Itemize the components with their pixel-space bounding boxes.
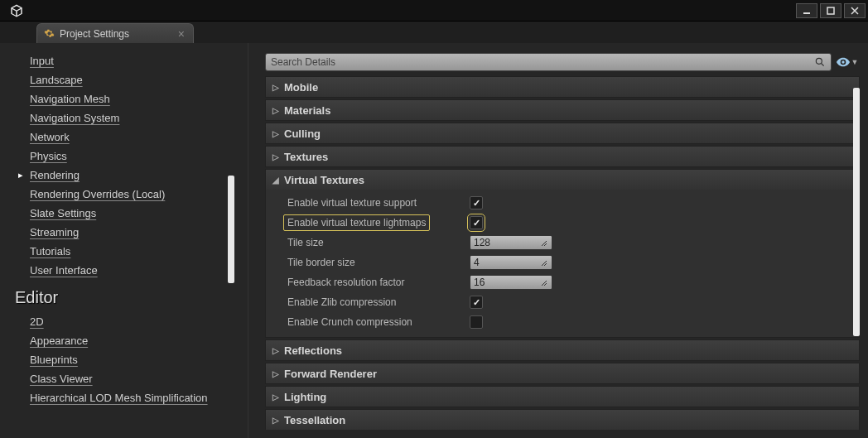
titlebar bbox=[0, 0, 868, 22]
sidebar: InputLandscapeNavigation MeshNavigation … bbox=[0, 43, 248, 438]
category-header[interactable]: ▷Textures bbox=[266, 147, 859, 166]
property-label: Enable Zlib compression bbox=[287, 296, 470, 308]
checkbox[interactable] bbox=[470, 296, 483, 309]
svg-point-3 bbox=[841, 60, 844, 63]
category: ▷Mobile bbox=[265, 76, 860, 98]
sidebar-scrollbar[interactable] bbox=[228, 51, 234, 430]
detail-panel: ▼ ▷Mobile▷Materials▷Culling▷Textures◢Vir… bbox=[248, 43, 868, 438]
category: ▷Lighting bbox=[265, 386, 860, 407]
sidebar-item[interactable]: 2D bbox=[30, 312, 236, 331]
search-input[interactable] bbox=[271, 56, 814, 68]
property-label: Enable virtual texture lightmaps bbox=[283, 214, 430, 231]
tab-close-icon[interactable]: × bbox=[178, 28, 185, 40]
property-row: Enable virtual texture lightmaps bbox=[266, 213, 859, 233]
property-row: Enable virtual texture support bbox=[266, 193, 859, 213]
category-title: Forward Renderer bbox=[284, 368, 377, 380]
category: ▷Tessellation bbox=[265, 409, 860, 430]
sidebar-item[interactable]: Hierarchical LOD Mesh Simplification bbox=[30, 388, 236, 407]
sidebar-item[interactable]: Physics bbox=[30, 147, 236, 166]
spinner-value: 16 bbox=[474, 277, 485, 288]
sidebar-item[interactable]: Blueprints bbox=[30, 350, 236, 369]
category: ▷Textures bbox=[265, 146, 860, 167]
sidebar-item[interactable]: Network bbox=[30, 128, 236, 147]
sidebar-item[interactable]: Appearance bbox=[30, 331, 236, 350]
property-row: Tile size128 bbox=[266, 233, 859, 253]
arrow-right-icon: ▷ bbox=[272, 106, 279, 115]
resize-grip-icon bbox=[540, 238, 548, 247]
tab-project-settings[interactable]: Project Settings × bbox=[36, 23, 194, 43]
spinner-value: 128 bbox=[474, 237, 490, 248]
chevron-down-icon: ▼ bbox=[851, 58, 859, 66]
category: ◢Virtual TexturesEnable virtual texture … bbox=[265, 169, 860, 338]
category-header[interactable]: ▷Materials bbox=[266, 100, 859, 120]
number-spinner[interactable]: 128 bbox=[470, 235, 552, 250]
sidebar-heading-editor: Editor bbox=[15, 280, 236, 312]
category-title: Materials bbox=[284, 104, 330, 117]
sidebar-item[interactable]: Tutorials bbox=[30, 242, 236, 261]
category: ▷Reflections bbox=[265, 339, 860, 361]
sidebar-item[interactable]: Rendering Overrides (Local) bbox=[30, 185, 236, 204]
property-label: Enable Crunch compression bbox=[287, 316, 470, 328]
resize-grip-icon bbox=[540, 258, 548, 267]
resize-grip-icon bbox=[540, 278, 548, 286]
checkbox[interactable] bbox=[470, 315, 483, 329]
spinner-value: 4 bbox=[474, 257, 480, 268]
category-title: Culling bbox=[284, 128, 321, 140]
number-spinner[interactable]: 16 bbox=[470, 275, 552, 290]
category-title: Virtual Textures bbox=[284, 174, 364, 186]
category-header[interactable]: ▷Culling bbox=[266, 123, 859, 143]
category-header[interactable]: ▷Mobile bbox=[266, 77, 859, 97]
category-header[interactable]: ▷Tessellation bbox=[266, 410, 859, 430]
property-label: Tile border size bbox=[287, 257, 470, 268]
window-maximize-button[interactable] bbox=[820, 3, 841, 18]
category-title: Reflections bbox=[284, 344, 342, 357]
svg-point-2 bbox=[816, 58, 822, 64]
property-label: Enable virtual texture support bbox=[287, 197, 470, 209]
sidebar-item[interactable]: Slate Settings bbox=[30, 204, 236, 223]
property-row: Enable Zlib compression bbox=[266, 292, 859, 312]
property-label: Feedback resolution factor bbox=[287, 277, 470, 288]
sidebar-item[interactable]: Landscape bbox=[30, 70, 236, 89]
view-options-button[interactable]: ▼ bbox=[835, 53, 860, 71]
arrow-down-icon: ◢ bbox=[272, 176, 279, 185]
detail-scrollbar[interactable] bbox=[853, 88, 860, 426]
arrow-right-icon: ▷ bbox=[272, 346, 279, 355]
category: ▷Materials bbox=[265, 99, 860, 121]
sidebar-item[interactable]: Input bbox=[30, 51, 236, 70]
property-label: Tile size bbox=[287, 237, 470, 248]
sidebar-item[interactable]: Navigation Mesh bbox=[30, 89, 236, 108]
arrow-right-icon: ▷ bbox=[272, 416, 279, 425]
property-row: Enable Crunch compression bbox=[266, 312, 859, 332]
category-title: Textures bbox=[284, 151, 328, 163]
category-header[interactable]: ▷Reflections bbox=[266, 340, 859, 360]
sidebar-item[interactable]: User Interface bbox=[30, 261, 236, 280]
arrow-right-icon: ▷ bbox=[272, 129, 279, 138]
sidebar-item[interactable]: Navigation System bbox=[30, 108, 236, 128]
arrow-right-icon: ▷ bbox=[272, 83, 279, 92]
arrow-right-icon: ▷ bbox=[272, 369, 279, 378]
category-header[interactable]: ◢Virtual Textures bbox=[266, 170, 859, 190]
svg-rect-1 bbox=[827, 7, 834, 14]
category: ▷Forward Renderer bbox=[265, 363, 860, 384]
sidebar-item[interactable]: Streaming bbox=[30, 223, 236, 242]
category-title: Lighting bbox=[284, 391, 326, 403]
sidebar-item[interactable]: Rendering bbox=[30, 166, 236, 185]
number-spinner[interactable]: 4 bbox=[470, 255, 552, 270]
sidebar-item[interactable]: Class Viewer bbox=[30, 369, 236, 388]
window-minimize-button[interactable] bbox=[796, 3, 817, 18]
arrow-right-icon: ▷ bbox=[272, 392, 279, 402]
checkbox[interactable] bbox=[470, 216, 483, 229]
category-header[interactable]: ▷Forward Renderer bbox=[266, 363, 859, 383]
tab-label: Project Settings bbox=[60, 28, 129, 40]
category-header[interactable]: ▷Lighting bbox=[266, 387, 859, 407]
property-row: Feedback resolution factor16 bbox=[266, 272, 859, 292]
gear-icon bbox=[44, 28, 55, 39]
app-logo-icon bbox=[0, 3, 33, 18]
svg-rect-0 bbox=[803, 12, 810, 14]
search-icon bbox=[814, 56, 826, 68]
window-close-button[interactable] bbox=[844, 3, 866, 18]
search-box[interactable] bbox=[265, 53, 832, 71]
category: ▷Culling bbox=[265, 123, 860, 144]
checkbox[interactable] bbox=[470, 196, 483, 209]
category-title: Tessellation bbox=[284, 414, 345, 426]
